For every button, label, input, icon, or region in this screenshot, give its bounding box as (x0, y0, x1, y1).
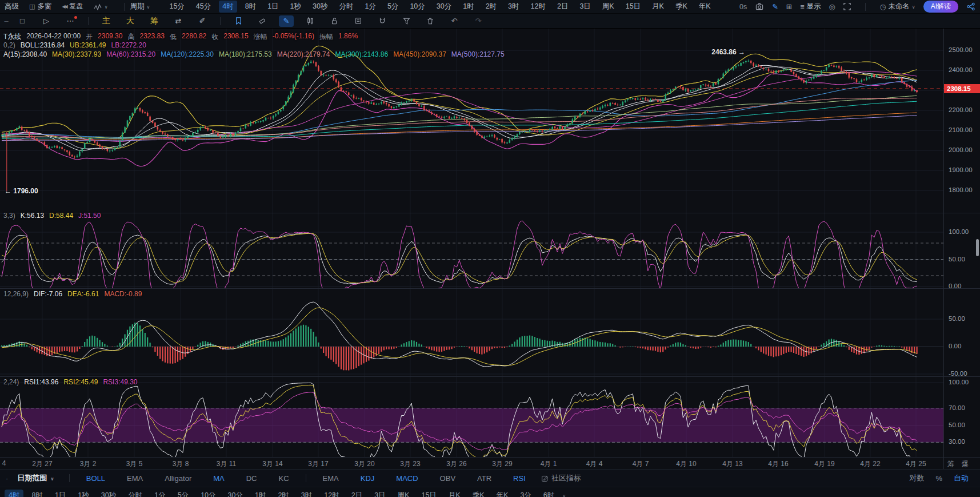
timeframe-button[interactable]: 15日 (622, 1, 644, 13)
burst-axis-button[interactable]: 爆 (960, 459, 970, 469)
indicator-toggle[interactable]: EMA (323, 474, 339, 483)
timeframe-button[interactable]: 2时 (482, 1, 500, 13)
timeframe-button[interactable]: 30秒 (309, 1, 331, 13)
main-chart-toggle[interactable]: 主 (94, 15, 118, 27)
flip-tool-icon[interactable]: ⇄ (166, 15, 190, 27)
timeframe-button[interactable]: 2日 (554, 1, 571, 13)
indicator-toggle[interactable]: MACD (396, 474, 418, 483)
timeframe-button[interactable]: 15分 (166, 1, 187, 13)
chips-toggle[interactable]: 筹 (142, 15, 166, 27)
chevron-down-icon[interactable]: ∨ (562, 494, 566, 497)
filter-funnel-icon[interactable] (394, 15, 418, 27)
lock-icon[interactable] (322, 15, 346, 27)
large-view-toggle[interactable]: 大 (118, 15, 142, 27)
timeframe-button[interactable]: 2时 (274, 490, 293, 497)
timeframe-button[interactable]: 5分 (174, 490, 193, 497)
timeframe-button[interactable]: 年K (695, 1, 714, 13)
timeframe-button[interactable]: 周K (599, 1, 618, 13)
timeframe-button[interactable]: 6时 (539, 490, 558, 497)
indicator-toggle[interactable]: BOLL (86, 474, 105, 483)
display-menu[interactable]: ≡显示 (800, 2, 821, 11)
timeframe-button[interactable]: 1日 (51, 490, 70, 497)
community-indicators-button[interactable]: 社区指标 (541, 473, 581, 483)
timeframe-button[interactable]: 1秒 (74, 490, 93, 497)
note-icon[interactable] (346, 15, 370, 27)
timeframe-button[interactable]: 1时 (251, 490, 270, 497)
indicator-toggle[interactable]: OBV (440, 474, 455, 483)
timeframe-button[interactable]: 30分 (224, 490, 247, 497)
bookmark-icon[interactable] (226, 15, 250, 27)
pattern-icon[interactable] (298, 15, 322, 27)
timeframe-button[interactable]: 12时 (320, 490, 343, 497)
brush-tool-icon[interactable]: ✐ (190, 15, 214, 27)
timeframe-button[interactable]: 1时 (459, 1, 477, 13)
replay-button[interactable]: ◀◀复盘 (62, 2, 83, 11)
timeframe-button[interactable]: 年K (493, 490, 513, 497)
timeframe-button[interactable]: 45分 (193, 1, 214, 13)
timeframe-button[interactable]: 季K (672, 1, 691, 13)
timeframe-button[interactable]: 月K (445, 490, 465, 497)
magnet-icon[interactable] (370, 15, 394, 27)
indicator-toggle[interactable]: MA (213, 474, 225, 483)
timeframe-button[interactable]: 3日 (370, 490, 389, 497)
period-menu[interactable]: 周期∨ (130, 2, 150, 11)
date-range-button[interactable]: 日期范围∨ (17, 473, 54, 483)
timeframe-button[interactable]: 1日 (264, 1, 282, 13)
chart-canvas[interactable] (0, 29, 980, 469)
timeframe-button[interactable]: 季K (469, 490, 489, 497)
eraser-icon[interactable] (250, 15, 274, 27)
annotate-pencil-icon[interactable]: ✎ (772, 2, 778, 11)
timeframe-button[interactable]: 1秒 (287, 1, 305, 13)
indicator-toggle[interactable]: KDJ (361, 474, 375, 483)
chart-type-selector[interactable]: ∨ (94, 3, 108, 10)
share-icon[interactable] (966, 2, 975, 11)
indicator-toggle[interactable]: EMA (127, 474, 143, 483)
timeframe-button[interactable]: 30秒 (97, 490, 120, 497)
target-icon[interactable]: ◎ (829, 2, 835, 11)
timeframe-button[interactable]: 3时 (297, 490, 316, 497)
layout-menu[interactable]: ◷未命名∨ (879, 2, 915, 11)
timeframe-button[interactable]: 分时 (335, 1, 357, 13)
timeframe-button[interactable]: 10分 (197, 490, 219, 497)
undo-icon[interactable]: ↶ (442, 15, 466, 27)
chips-axis-button[interactable]: 筹 (946, 459, 956, 469)
timeframe-button[interactable]: 分时 (124, 490, 146, 497)
timeframe-button[interactable]: 3时 (505, 1, 522, 13)
timeframe-button[interactable]: 3日 (576, 1, 594, 13)
timeframe-button[interactable]: 8时 (27, 490, 46, 497)
marker-pen-icon[interactable]: ✎ (274, 15, 298, 27)
scale-toggle[interactable]: % (935, 474, 942, 483)
scale-toggle[interactable]: 对数 (909, 473, 924, 483)
indicator-toggle[interactable]: RSI (513, 474, 526, 483)
add-window-icon[interactable]: ⊞ (786, 2, 792, 11)
timeframe-button[interactable]: 月K (649, 1, 667, 13)
advanced-menu[interactable]: 高级 (5, 2, 19, 11)
redo-icon[interactable]: ↷ (466, 15, 490, 27)
timeframe-button[interactable]: 12时 (527, 1, 549, 13)
clipped-tool-icon[interactable]: – (2, 15, 10, 27)
timeframe-button[interactable]: 4时 (219, 1, 237, 13)
camera-icon[interactable] (755, 2, 764, 11)
ai-explain-button[interactable]: AI解读 (923, 1, 958, 13)
timeframe-button[interactable]: 周K (394, 490, 414, 497)
timeframe-button[interactable]: 10分 (406, 1, 428, 13)
scrollbar-thumb[interactable] (976, 239, 979, 256)
multi-window-button[interactable]: ◫多窗 (29, 2, 51, 11)
fullscreen-icon[interactable] (843, 2, 851, 11)
timeframe-button[interactable]: 3分 (516, 490, 535, 497)
more-tools-icon[interactable]: ⋯ (58, 15, 82, 27)
cursor-tool-icon[interactable]: ▷ (34, 15, 58, 27)
timeframe-button[interactable]: 15日 (417, 490, 440, 497)
indicator-toggle[interactable]: KC (279, 474, 289, 483)
timeframe-button[interactable]: 1分 (361, 1, 379, 13)
indicator-toggle[interactable]: DC (246, 474, 257, 483)
timeframe-button[interactable]: 2日 (347, 490, 366, 497)
indicator-toggle[interactable]: ATR (477, 474, 491, 483)
rectangle-tool-icon[interactable]: □ (10, 15, 34, 27)
timeframe-button[interactable]: 4时 (5, 490, 23, 497)
timeframe-button[interactable]: 30分 (433, 1, 455, 13)
scale-toggle[interactable]: 自动 (954, 473, 969, 483)
indicator-toggle[interactable]: Alligator (165, 474, 191, 483)
trash-icon[interactable] (418, 15, 442, 27)
timeframe-button[interactable]: 1分 (150, 490, 169, 497)
